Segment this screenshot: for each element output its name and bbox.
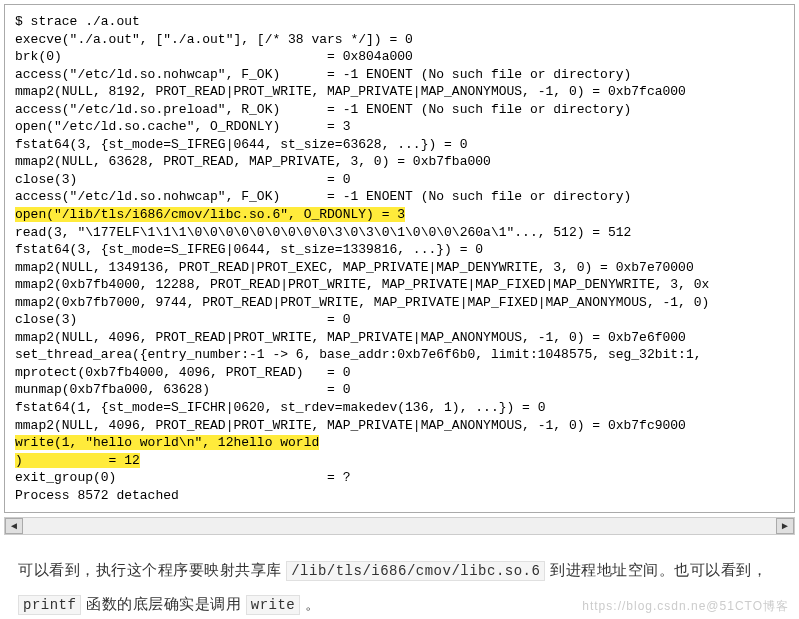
watermark-text: https://blog.csdn.ne@51CTO博客 [582, 598, 789, 615]
terminal-line: open("/lib/tls/i686/cmov/libc.so.6", O_R… [15, 206, 784, 224]
highlighted-text: write(1, "hello world\n", 12hello world [15, 435, 319, 450]
terminal-line: fstat64(3, {st_mode=S_IFREG|0644, st_siz… [15, 241, 784, 259]
terminal-line: mmap2(NULL, 63628, PROT_READ, MAP_PRIVAT… [15, 153, 784, 171]
terminal-line: access("/etc/ld.so.preload", R_OK) = -1 … [15, 101, 784, 119]
terminal-line: set_thread_area({entry_number:-1 -> 6, b… [15, 346, 784, 364]
code-printf: printf [18, 595, 81, 615]
terminal-line: read(3, "\177ELF\1\1\1\0\0\0\0\0\0\0\0\0… [15, 224, 784, 242]
terminal-line: fstat64(3, {st_mode=S_IFREG|0644, st_siz… [15, 136, 784, 154]
terminal-output: $ strace ./a.outexecve("./a.out", ["./a.… [4, 4, 795, 513]
terminal-line: mmap2(NULL, 4096, PROT_READ|PROT_WRITE, … [15, 329, 784, 347]
terminal-line: ) = 12 [15, 452, 784, 470]
terminal-line: access("/etc/ld.so.nohwcap", F_OK) = -1 … [15, 188, 784, 206]
code-write: write [246, 595, 301, 615]
terminal-line: execve("./a.out", ["./a.out"], [/* 38 va… [15, 31, 784, 49]
terminal-line: fstat64(1, {st_mode=S_IFCHR|0620, st_rde… [15, 399, 784, 417]
code-path: /lib/tls/i686/cmov/libc.so.6 [286, 561, 545, 581]
terminal-line: close(3) = 0 [15, 171, 784, 189]
explanation-part: 到进程地址空间。也可以看到， [545, 561, 767, 578]
terminal-line: write(1, "hello world\n", 12hello world [15, 434, 784, 452]
terminal-line: mmap2(0xb7fb4000, 12288, PROT_READ|PROT_… [15, 276, 784, 294]
highlighted-text: ) = 12 [15, 453, 140, 468]
explanation-part: 函数的底层确实是调用 [81, 595, 245, 612]
terminal-line: mprotect(0xb7fb4000, 4096, PROT_READ) = … [15, 364, 784, 382]
explanation-part: 可以看到，执行这个程序要映射共享库 [18, 561, 286, 578]
terminal-line: $ strace ./a.out [15, 13, 784, 31]
highlighted-text: open("/lib/tls/i686/cmov/libc.so.6", O_R… [15, 207, 405, 222]
terminal-line: mmap2(NULL, 8192, PROT_READ|PROT_WRITE, … [15, 83, 784, 101]
terminal-line: close(3) = 0 [15, 311, 784, 329]
terminal-line: mmap2(NULL, 1349136, PROT_READ|PROT_EXEC… [15, 259, 784, 277]
horizontal-scrollbar[interactable]: ◄ ► [4, 517, 795, 535]
terminal-line: open("/etc/ld.so.cache", O_RDONLY) = 3 [15, 118, 784, 136]
terminal-line: brk(0) = 0x804a000 [15, 48, 784, 66]
terminal-line: access("/etc/ld.so.nohwcap", F_OK) = -1 … [15, 66, 784, 84]
terminal-line: exit_group(0) = ? [15, 469, 784, 487]
scroll-right-button[interactable]: ► [776, 518, 794, 534]
scroll-left-button[interactable]: ◄ [5, 518, 23, 534]
explanation-part: 。 [300, 595, 320, 612]
terminal-line: mmap2(0xb7fb7000, 9744, PROT_READ|PROT_W… [15, 294, 784, 312]
terminal-line: mmap2(NULL, 4096, PROT_READ|PROT_WRITE, … [15, 417, 784, 435]
terminal-line: munmap(0xb7fba000, 63628) = 0 [15, 381, 784, 399]
terminal-line: Process 8572 detached [15, 487, 784, 505]
